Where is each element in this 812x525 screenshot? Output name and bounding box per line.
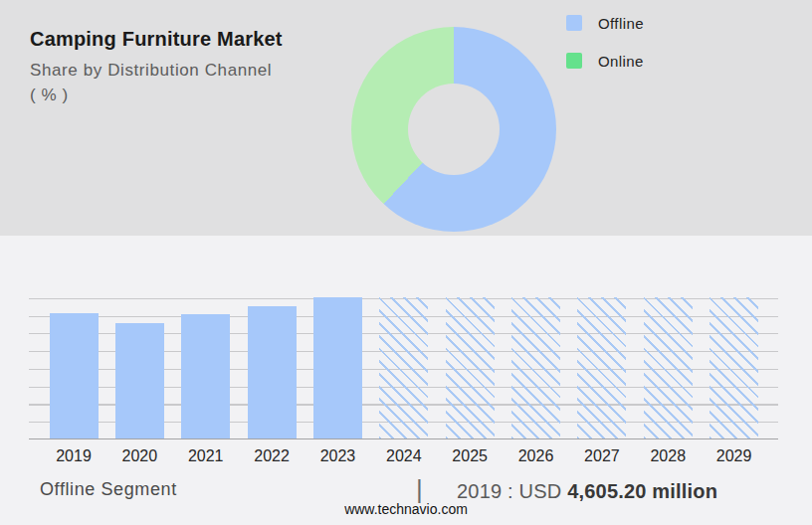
footer-value-amount: 4,605.20 million: [567, 480, 717, 502]
bar-2027: [577, 297, 626, 438]
footer-value: 2019 : USD 4,605.20 million: [457, 480, 717, 503]
infographic: Camping Furniture Market Share by Distri…: [0, 0, 812, 525]
x-axis-label-2027: 2027: [572, 447, 632, 465]
x-axis-label-2025: 2025: [440, 447, 500, 465]
bar-2029: [710, 297, 758, 438]
bar-2026: [511, 297, 560, 438]
online-swatch-icon: [566, 53, 582, 69]
unit-label: ( % ): [30, 86, 283, 105]
donut-chart: [351, 27, 556, 232]
website-link: www.technavio.com: [0, 501, 812, 517]
x-axis-label-2029: 2029: [705, 447, 764, 465]
bar-chart-plot: [29, 298, 778, 439]
footer-value-prefix: 2019 : USD: [457, 480, 567, 502]
bar-2028: [644, 297, 693, 438]
page-title: Camping Furniture Market: [30, 28, 283, 51]
legend-label-offline: Offline: [598, 15, 644, 32]
x-axis-label-2020: 2020: [109, 447, 169, 465]
legend: Offline Online: [566, 15, 644, 69]
bar-2019: [50, 313, 99, 438]
segment-label: Offline Segment: [40, 479, 177, 500]
x-axis-label-2023: 2023: [307, 447, 367, 465]
bar-chart-section: 2019202020212022202320242025202620272028…: [0, 236, 812, 525]
bar-2021: [181, 314, 230, 438]
bar-2024: [379, 297, 428, 438]
offline-swatch-icon: [566, 15, 582, 31]
x-axis-label-2021: 2021: [176, 447, 236, 465]
top-section: Camping Furniture Market Share by Distri…: [0, 0, 812, 236]
chart-subtitle: Share by Distribution Channel: [30, 61, 283, 81]
legend-label-online: Online: [598, 53, 644, 70]
bar-2023: [313, 297, 362, 438]
x-axis-label-2024: 2024: [374, 447, 434, 465]
legend-item-offline: Offline: [566, 15, 644, 31]
x-axis-label-2026: 2026: [507, 447, 566, 465]
x-axis-label-2022: 2022: [242, 447, 302, 465]
header: Camping Furniture Market Share by Distri…: [30, 28, 283, 105]
donut-hole: [408, 84, 500, 175]
x-axis-label-2028: 2028: [638, 447, 698, 465]
legend-item-online: Online: [566, 53, 644, 69]
bar-2020: [115, 323, 164, 438]
x-axis-label-2019: 2019: [44, 447, 103, 465]
bar-2022: [248, 306, 297, 438]
bar-2025: [446, 297, 495, 438]
